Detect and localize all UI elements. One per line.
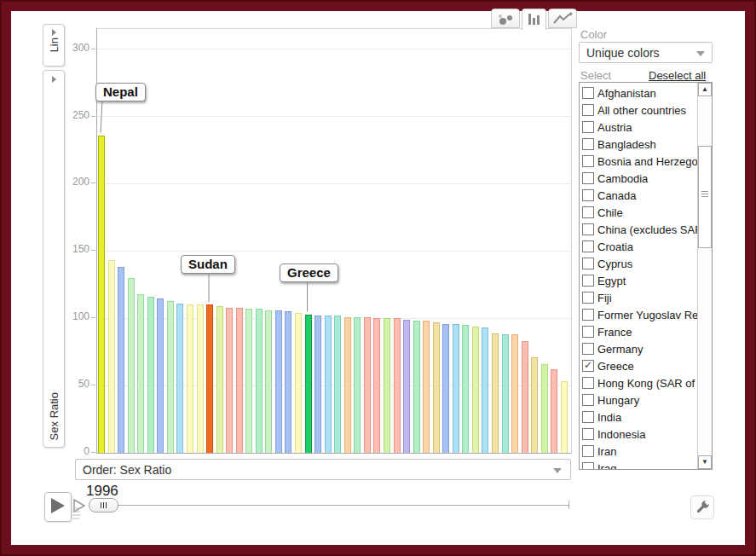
country-row[interactable]: China (excludes SARs ... <box>580 221 697 238</box>
country-checkbox[interactable] <box>582 240 594 252</box>
country-checkbox[interactable] <box>582 121 594 133</box>
country-row[interactable]: Afghanistan <box>580 84 697 101</box>
country-row[interactable]: Cambodia <box>580 170 697 187</box>
tab-line-chart[interactable] <box>548 9 577 28</box>
bar[interactable] <box>265 310 272 453</box>
y-axis-variable-dropdown[interactable]: Sex Ratio <box>43 70 65 448</box>
bar[interactable] <box>541 364 548 453</box>
country-row[interactable]: Hungary <box>580 391 697 408</box>
country-row[interactable]: Germany <box>580 340 697 357</box>
country-checkbox[interactable] <box>582 189 594 201</box>
timeline-track[interactable] <box>90 505 569 506</box>
plot-area[interactable] <box>96 28 572 454</box>
bar[interactable] <box>423 321 430 453</box>
country-row[interactable]: Hong Kong (SAR of Ch... <box>580 374 697 391</box>
color-dropdown[interactable]: Unique colors <box>579 42 713 63</box>
country-checkbox[interactable] <box>582 292 594 304</box>
bar[interactable] <box>98 136 105 453</box>
country-row[interactable]: Former Yugoslav Repu... <box>580 306 697 323</box>
bar[interactable] <box>128 278 135 453</box>
play-button[interactable] <box>44 492 72 522</box>
country-checkbox[interactable] <box>582 411 594 423</box>
country-row[interactable]: Bosnia and Herzegovina <box>580 153 697 170</box>
country-checkbox[interactable] <box>582 275 594 287</box>
country-row[interactable]: Iran <box>580 443 697 460</box>
country-checkbox[interactable] <box>582 138 594 150</box>
country-checkbox[interactable] <box>582 104 594 116</box>
scroll-up-button[interactable]: ▲ <box>698 83 712 96</box>
country-checkbox[interactable] <box>582 326 594 338</box>
country-checkbox[interactable] <box>582 258 594 269</box>
deselect-all-link[interactable]: Deselect all <box>649 69 706 82</box>
country-checkbox[interactable] <box>582 155 594 167</box>
bar[interactable] <box>236 308 243 453</box>
country-checkbox[interactable] <box>582 206 594 218</box>
bar[interactable] <box>472 327 479 453</box>
bar[interactable] <box>197 304 204 453</box>
bar[interactable] <box>384 318 390 453</box>
bar[interactable] <box>373 318 380 453</box>
bar[interactable] <box>206 304 213 453</box>
bar[interactable] <box>511 334 518 453</box>
country-checkbox[interactable] <box>582 223 594 235</box>
bar[interactable] <box>344 317 351 453</box>
bar[interactable] <box>482 327 488 453</box>
country-row[interactable]: Chile <box>580 204 697 221</box>
bar[interactable] <box>394 318 401 453</box>
bar[interactable] <box>403 320 410 453</box>
country-checkbox[interactable] <box>582 87 594 99</box>
country-checkbox[interactable] <box>582 445 594 457</box>
bar[interactable] <box>118 267 124 453</box>
bar[interactable] <box>137 294 144 453</box>
bar[interactable] <box>275 310 282 453</box>
bar[interactable] <box>285 311 291 453</box>
country-checkbox[interactable] <box>582 377 594 389</box>
order-dropdown[interactable]: Order: Sex Ratio <box>75 459 571 480</box>
bar[interactable] <box>413 321 420 453</box>
country-row[interactable]: Fiji <box>580 289 697 306</box>
country-row[interactable]: ✓Greece <box>580 357 697 374</box>
bar[interactable] <box>502 334 509 453</box>
bar[interactable] <box>315 316 321 453</box>
bar[interactable] <box>256 309 263 453</box>
bar[interactable] <box>462 325 469 453</box>
bar[interactable] <box>295 313 302 453</box>
y-scale-dropdown[interactable]: Lin <box>43 24 65 67</box>
country-checkbox[interactable] <box>582 172 594 184</box>
country-checkbox[interactable]: ✓ <box>582 360 594 372</box>
country-row[interactable]: Croatia <box>580 238 697 255</box>
bar[interactable] <box>551 369 557 453</box>
list-scrollbar[interactable]: ▲ ▼ <box>697 83 712 469</box>
bar[interactable] <box>108 260 115 453</box>
tab-bar-chart[interactable] <box>522 9 546 30</box>
bar[interactable] <box>157 298 164 453</box>
bar[interactable] <box>561 381 568 453</box>
bar[interactable] <box>167 301 174 453</box>
bar[interactable] <box>226 308 233 453</box>
country-row[interactable]: Egypt <box>580 272 697 289</box>
bar[interactable] <box>147 297 154 453</box>
country-select-list[interactable]: AfghanistanAll other countriesAustriaBan… <box>579 82 713 470</box>
country-row[interactable]: Bangladesh <box>580 136 697 153</box>
country-row[interactable]: Indonesia <box>580 426 697 443</box>
bar[interactable] <box>531 357 538 453</box>
country-row[interactable]: India <box>580 408 697 426</box>
bar[interactable] <box>305 315 312 454</box>
bar[interactable] <box>245 309 252 453</box>
bar[interactable] <box>325 316 332 453</box>
country-row[interactable]: Canada <box>580 187 697 204</box>
country-checkbox[interactable] <box>582 428 594 440</box>
bar[interactable] <box>354 317 361 453</box>
bar[interactable] <box>492 333 499 453</box>
bar[interactable] <box>176 304 183 453</box>
country-checkbox[interactable] <box>582 462 594 470</box>
bar[interactable] <box>216 306 223 453</box>
country-row[interactable]: France <box>580 323 697 340</box>
country-checkbox[interactable] <box>582 309 594 321</box>
country-checkbox[interactable] <box>582 394 594 406</box>
bar[interactable] <box>334 316 341 453</box>
bar[interactable] <box>522 341 528 453</box>
country-checkbox[interactable] <box>582 343 594 355</box>
scrollbar-thumb[interactable] <box>698 146 712 248</box>
country-row[interactable]: All other countries <box>580 101 697 119</box>
